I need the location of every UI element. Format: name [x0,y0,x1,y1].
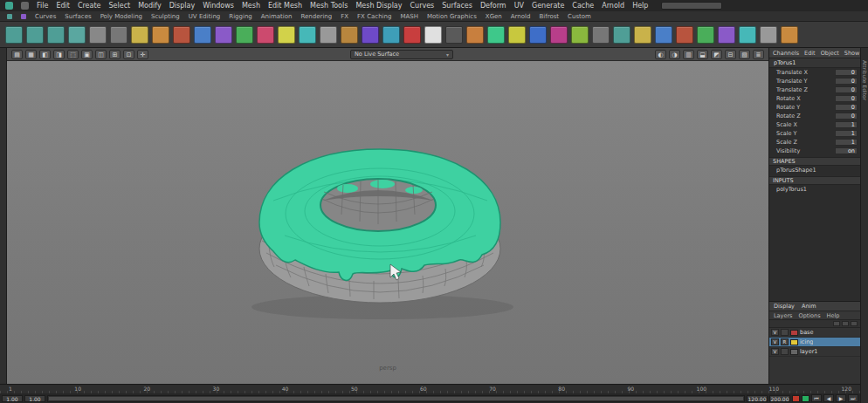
shelf-tool-icon[interactable] [760,26,777,44]
shelf-tool-icon[interactable] [550,26,568,44]
layer-editor-menu-item[interactable]: Layers [774,312,793,319]
playback-end-field[interactable]: 200.00 [769,395,790,402]
menu-item[interactable]: Edit Mesh [268,2,302,10]
menu-item[interactable]: Mesh Display [355,2,402,10]
channel-value[interactable]: 0 [835,104,858,111]
viewport-display-icon[interactable]: ◐ [655,50,666,59]
viewport-tool-icon[interactable]: ✛ [137,50,148,59]
new-layer-button[interactable] [833,321,840,326]
channel-value[interactable]: 0 [835,78,858,85]
quick-selection-field[interactable] [661,2,722,10]
layer-color-swatch[interactable] [790,339,798,345]
shelf-tool-icon[interactable] [781,26,798,44]
anim-start-field[interactable]: 1.00 [24,395,45,402]
range-slider-bar[interactable] [49,397,743,400]
viewport-display-icon[interactable]: ⬓ [697,50,708,59]
shelf-tab[interactable]: Arnold [511,13,531,20]
shelf-tool-icon[interactable] [278,26,295,44]
playback-button[interactable]: ⏭ [848,394,858,402]
channel-value[interactable]: 0 [835,113,858,120]
layer-mode-toggle[interactable] [781,348,789,355]
perspective-viewport[interactable]: persp [7,61,768,384]
viewport-display-icon[interactable]: ◩ [711,50,722,59]
channel-box-menu-item[interactable]: Show [844,50,860,57]
menu-item[interactable]: Mesh [242,2,260,10]
layer-visibility-toggle[interactable]: V [771,338,779,345]
shelf-tab[interactable]: MASH [400,13,418,20]
layer-editor-tab[interactable]: Display [774,303,795,310]
menu-item[interactable]: Arnold [602,2,624,10]
toolbox-strip[interactable] [0,48,7,384]
shelf-tab[interactable]: FX Caching [357,13,391,20]
shelf-tab[interactable]: Motion Graphics [427,13,477,20]
viewport-tool-icon[interactable]: ⬚ [67,50,79,59]
attribute-editor-vertical-tab[interactable]: Attribute Editor [862,60,868,100]
channel-value[interactable]: 1 [835,139,858,146]
layer-editor-tab[interactable]: Anim [802,303,816,310]
menu-item[interactable]: Cache [572,2,594,10]
shelf-tool-icon[interactable] [655,26,672,44]
layer-visibility-toggle[interactable]: V [771,329,779,336]
layer-mode-toggle[interactable] [781,329,789,336]
shelf-tab[interactable]: Animation [261,13,293,20]
shelf-tool-icon[interactable] [487,26,505,44]
shape-node-name[interactable]: pTorusShape1 [769,166,860,174]
channel-row[interactable]: Rotate X 0 [769,94,860,103]
layer-row[interactable]: V R icing [769,338,861,347]
time-slider[interactable]: 1102030405060708090100110120 [0,384,860,393]
layer-editor-menu-item[interactable]: Help [827,312,840,319]
channel-row[interactable]: Scale Z 1 [769,138,860,147]
channel-row[interactable]: Translate X 0 [769,68,860,77]
playback-start-field[interactable]: 1.00 [2,395,23,402]
shelf-tool-icon[interactable] [529,26,547,44]
shelf-tool-icon[interactable] [215,26,232,44]
shelf-tool-icon[interactable] [403,26,421,44]
viewport-display-icon[interactable]: ◑ [669,50,680,59]
input-node-name[interactable]: polyTorus1 [769,185,860,194]
viewport-display-icon[interactable]: ▧ [739,50,750,59]
shelf-tool-icon[interactable] [110,26,127,44]
shelf-tab[interactable]: UV Editing [189,13,221,20]
channel-box-menu-item[interactable]: Channels [773,50,799,57]
shelf-tool-icon[interactable] [466,26,484,44]
channel-value[interactable]: on [835,147,858,154]
shelf-tool-icon[interactable] [382,26,400,44]
layer-color-swatch[interactable] [790,349,798,355]
shelf-tool-icon[interactable] [739,26,756,44]
channel-value[interactable]: 0 [835,95,858,102]
channel-value[interactable]: 1 [835,121,858,128]
shelf-tab[interactable]: FX [341,13,348,20]
layer-color-swatch[interactable] [790,330,798,336]
viewport-tool-icon[interactable]: ⊡ [123,50,134,59]
playback-button[interactable]: ▶ [836,394,846,402]
shelf-tool-icon[interactable] [236,26,253,44]
viewport-tool-icon[interactable]: ◫ [95,50,107,59]
auto-key-button[interactable] [802,395,809,402]
menu-item[interactable]: Generate [532,2,564,10]
shelf-tool-icon[interactable] [320,26,337,44]
layer-name[interactable]: base [800,329,814,336]
anim-end-field[interactable]: 120.00 [747,395,768,402]
inputs-section-header[interactable]: INPUTS [769,176,860,185]
shelf-tool-icon[interactable] [131,26,148,44]
shelf-tool-icon[interactable] [257,26,274,44]
shelf-tool-icon[interactable] [5,26,23,44]
menu-item[interactable]: File [37,2,48,10]
shelf-tab[interactable]: Sculpting [151,13,180,20]
menu-item[interactable]: UV [514,2,524,10]
auto-key-button[interactable] [792,395,800,402]
shelf-menu-icon[interactable] [7,14,12,19]
channel-value[interactable]: 1 [835,130,858,137]
shelf-tool-icon[interactable] [634,26,651,44]
viewport-tool-icon[interactable]: ◨ [53,50,65,59]
shelf-tab[interactable]: Curves [35,13,56,20]
menu-item[interactable]: Windows [203,2,234,10]
layer-mode-toggle[interactable]: R [781,338,789,345]
shelf-tab[interactable]: Surfaces [65,13,91,20]
viewport-tool-icon[interactable]: ▦ [25,50,37,59]
menu-item[interactable]: Modify [138,2,162,10]
channel-row[interactable]: Rotate Z 0 [769,112,860,120]
shelf-tab[interactable]: Poly Modeling [100,13,142,20]
channel-value[interactable]: 0 [835,69,858,76]
shapes-section-header[interactable]: SHAPES [769,157,860,166]
